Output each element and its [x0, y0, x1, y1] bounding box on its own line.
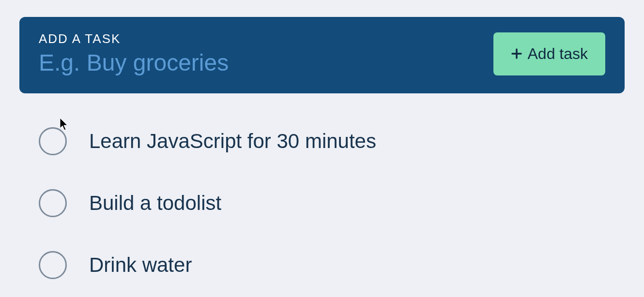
- task-input-label: Add a task: [39, 31, 493, 46]
- task-item: Drink water: [39, 251, 625, 279]
- task-checkbox[interactable]: [39, 127, 67, 155]
- task-checkbox[interactable]: [39, 251, 67, 279]
- add-task-button[interactable]: Add task: [493, 32, 605, 75]
- input-section: Add a task: [39, 31, 493, 76]
- task-text: Learn JavaScript for 30 minutes: [89, 130, 376, 153]
- plus-icon: [511, 48, 522, 59]
- task-item: Learn JavaScript for 30 minutes: [39, 127, 625, 155]
- task-text: Build a todolist: [89, 192, 221, 215]
- task-text: Drink water: [89, 253, 192, 277]
- task-list: Learn JavaScript for 30 minutes Build a …: [19, 127, 625, 279]
- task-item: Build a todolist: [39, 189, 625, 217]
- task-checkbox[interactable]: [39, 189, 67, 217]
- add-task-button-label: Add task: [527, 45, 588, 63]
- task-input-card: Add a task Add task: [19, 17, 625, 93]
- task-input[interactable]: [39, 49, 493, 76]
